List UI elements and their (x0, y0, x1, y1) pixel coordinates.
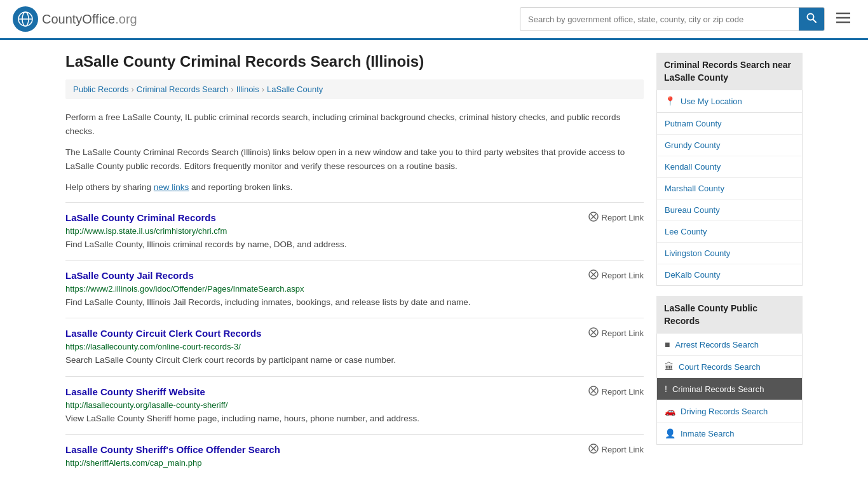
report-icon (588, 386, 599, 398)
report-link[interactable]: Report Link (588, 212, 644, 224)
public-records-icon: 🏛 (665, 362, 674, 372)
county-list-item[interactable]: Bureau County (657, 200, 802, 221)
result-title[interactable]: LaSalle County Criminal Records (65, 212, 216, 223)
county-list: Putnam CountyGrundy CountyKendall County… (656, 113, 803, 286)
report-link-label: Report Link (602, 445, 644, 454)
public-records-icon: ! (665, 384, 667, 394)
result-title[interactable]: Lasalle County Sheriff's Office Offender… (65, 444, 280, 455)
site-header: CountyOffice.org (0, 0, 868, 40)
public-records-item[interactable]: ■Arrest Records Search (657, 334, 802, 356)
report-link[interactable]: Report Link (588, 386, 644, 398)
county-list-item[interactable]: Grundy County (657, 135, 802, 156)
county-link[interactable]: Lee County (657, 221, 802, 242)
county-list-item[interactable]: Lee County (657, 221, 802, 243)
report-link[interactable]: Report Link (588, 327, 644, 339)
search-input[interactable] (520, 10, 799, 29)
public-records-link[interactable]: 👤Inmate Search (657, 423, 802, 444)
hamburger-menu[interactable] (831, 8, 855, 30)
result-header: Lasalle County Sheriff's Office Offender… (65, 444, 644, 456)
result-desc: Find LaSalle County, Illinois Jail Recor… (65, 296, 644, 309)
description-3: Help others by sharing new links and rep… (65, 180, 644, 194)
county-link[interactable]: Kendall County (657, 156, 802, 177)
county-list-item[interactable]: Livingston County (657, 243, 802, 264)
public-records-link[interactable]: 🚗Driving Records Search (657, 400, 802, 422)
search-button[interactable] (799, 8, 824, 30)
logo-icon (13, 6, 38, 32)
result-title[interactable]: Lasalle County Sheriff Website (65, 386, 205, 397)
result-desc: View LaSalle County Sheriff home page, i… (65, 412, 644, 425)
result-url[interactable]: http://sheriffAlerts.com/cap_main.php (65, 458, 644, 468)
report-icon (588, 444, 599, 456)
result-url[interactable]: http://lasallecounty.org/lasalle-county-… (65, 400, 644, 410)
page-title: LaSalle County Criminal Records Search (… (65, 53, 644, 71)
result-card: Lasalle County Sheriff's Office Offender… (65, 434, 644, 479)
report-link[interactable]: Report Link (588, 269, 644, 281)
sidebar: Criminal Records Search near LaSalle Cou… (656, 53, 803, 479)
results-list: LaSalle County Criminal Records Report L… (65, 202, 644, 479)
county-list-item[interactable]: Marshall County (657, 178, 802, 200)
nearby-header: Criminal Records Search near LaSalle Cou… (656, 53, 803, 90)
public-records-section: LaSalle County Public Records ■Arrest Re… (656, 296, 803, 445)
report-link-label: Report Link (602, 271, 644, 280)
logo-text: CountyOffice.org (42, 12, 137, 27)
result-header: Lasalle County Circuit Clerk Court Recor… (65, 327, 644, 339)
result-url[interactable]: http://www.isp.state.il.us/crimhistory/c… (65, 226, 644, 236)
public-records-item[interactable]: 👤Inmate Search (657, 423, 802, 444)
header-right (520, 7, 855, 31)
use-location-label: Use My Location (681, 97, 742, 106)
result-header: LaSalle County Criminal Records Report L… (65, 212, 644, 224)
public-records-list: ■Arrest Records Search🏛Court Records Sea… (656, 334, 803, 445)
county-link[interactable]: Marshall County (657, 178, 802, 199)
use-location-item[interactable]: 📍 Use My Location (657, 90, 802, 112)
result-title[interactable]: Lasalle County Circuit Clerk Court Recor… (65, 328, 261, 339)
public-records-icon: 👤 (665, 428, 675, 438)
nearby-section: Criminal Records Search near LaSalle Cou… (656, 53, 803, 286)
county-list-item[interactable]: Putnam County (657, 113, 802, 135)
public-records-icon: 🚗 (665, 406, 675, 416)
result-title[interactable]: LaSalle County Jail Records (65, 270, 194, 281)
description-1: Perform a free LaSalle County, IL public… (65, 111, 644, 138)
breadcrumb-illinois[interactable]: Illinois (236, 85, 259, 94)
description-2: The LaSalle County Criminal Records Sear… (65, 146, 644, 173)
result-url[interactable]: https://lasallecounty.com/online-court-r… (65, 342, 644, 351)
use-location-link[interactable]: 📍 Use My Location (657, 90, 802, 112)
result-header: Lasalle County Sheriff Website Report Li… (65, 386, 644, 398)
result-card: LaSalle County Jail Records Report Link … (65, 260, 644, 318)
logo-area[interactable]: CountyOffice.org (13, 6, 137, 32)
report-icon (588, 269, 599, 281)
breadcrumb-lasalle-county[interactable]: LaSalle County (267, 85, 323, 94)
county-list-item[interactable]: Kendall County (657, 156, 802, 178)
result-desc: Search LaSalle County Circuit Clerk cour… (65, 354, 644, 367)
breadcrumb-public-records[interactable]: Public Records (73, 85, 128, 94)
public-records-header: LaSalle County Public Records (656, 296, 803, 334)
new-links-link[interactable]: new links (154, 182, 189, 192)
public-records-item[interactable]: 🏛Court Records Search (657, 356, 802, 378)
result-card: Lasalle County Sheriff Website Report Li… (65, 376, 644, 434)
result-url[interactable]: https://www2.illinois.gov/idoc/Offender/… (65, 284, 644, 294)
county-list-item[interactable]: DeKalb County (657, 264, 802, 285)
result-card: Lasalle County Circuit Clerk Court Recor… (65, 318, 644, 376)
result-desc: Find LaSalle County, Illinois criminal r… (65, 238, 644, 251)
breadcrumb-criminal-records-search[interactable]: Criminal Records Search (137, 85, 229, 94)
nearby-list: 📍 Use My Location (656, 90, 803, 113)
report-icon (588, 212, 599, 224)
report-link[interactable]: Report Link (588, 444, 644, 456)
county-link[interactable]: DeKalb County (657, 264, 802, 285)
county-link[interactable]: Livingston County (657, 243, 802, 264)
public-records-item[interactable]: 🚗Driving Records Search (657, 400, 802, 423)
county-link[interactable]: Putnam County (657, 113, 802, 134)
public-records-icon: ■ (665, 339, 670, 349)
public-records-item[interactable]: !Criminal Records Search (657, 378, 802, 400)
report-link-label: Report Link (602, 213, 644, 222)
search-bar[interactable] (520, 7, 825, 31)
report-link-label: Report Link (602, 329, 644, 338)
public-records-link[interactable]: 🏛Court Records Search (657, 356, 802, 377)
content-area: LaSalle County Criminal Records Search (… (65, 53, 644, 479)
county-link[interactable]: Grundy County (657, 135, 802, 156)
public-records-link[interactable]: !Criminal Records Search (657, 378, 802, 400)
result-card: LaSalle County Criminal Records Report L… (65, 202, 644, 260)
result-header: LaSalle County Jail Records Report Link (65, 269, 644, 281)
public-records-link[interactable]: ■Arrest Records Search (657, 334, 802, 355)
svg-line-5 (813, 20, 817, 23)
county-link[interactable]: Bureau County (657, 200, 802, 220)
